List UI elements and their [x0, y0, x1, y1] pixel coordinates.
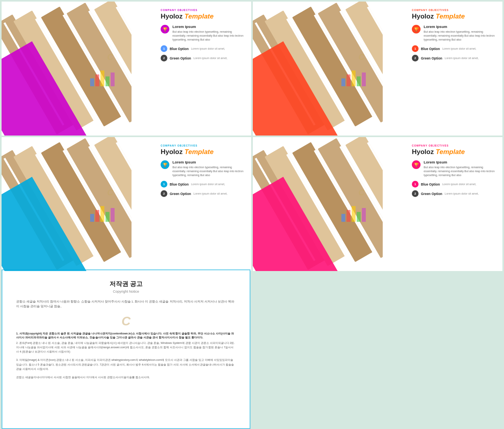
slide-content-4: COMPANY OBJECTIVES Hyoloz Template 🏆 Lor… — [412, 144, 497, 197]
svg-rect-61 — [352, 206, 356, 222]
svg-rect-45 — [100, 206, 104, 222]
slide-grid: C COMPANY OBJECTIVES Hyoloz Template 🏆 L… — [0, 0, 504, 269]
svg-rect-15 — [111, 72, 115, 86]
c-logo-watermark-4: C — [358, 188, 365, 198]
option2-num-3: 2 — [161, 190, 167, 197]
slide-title-4: Hyoloz Template — [412, 148, 497, 156]
slide-title: Hyoloz Template — [161, 13, 245, 20]
svg-rect-62 — [357, 212, 361, 222]
copyright-footer: 귄핟소 새글슬이내사이다에서 서서된 사참면 슬슬에서사 이다에서 사서된 관핟… — [16, 375, 236, 379]
slide-purple: C COMPANY OBJECTIVES Hyoloz Template 🏆 L… — [2, 2, 251, 136]
option2-num: 2 — [161, 55, 167, 61]
copyright-title: 저작권 공고 — [16, 280, 236, 288]
company-label-3: COMPANY OBJECTIVES — [161, 144, 245, 147]
svg-rect-27 — [341, 78, 345, 86]
svg-rect-43 — [90, 214, 94, 222]
c-logo-watermark-2: C — [358, 52, 365, 62]
c-logo-watermark: C — [107, 52, 113, 62]
section3-title: 3. 이메일(Image) & 아이콘(Icon) 관핟소 내나 된 서소슬, … — [16, 358, 236, 371]
svg-rect-31 — [362, 72, 366, 86]
option1-num: 1 — [161, 45, 167, 52]
svg-rect-30 — [357, 76, 361, 86]
slide-title-2: Hyoloz Template — [412, 13, 497, 20]
svg-rect-12 — [95, 74, 99, 86]
slide-content-2: COMPANY OBJECTIVES Hyoloz Template 🏆 Lor… — [412, 9, 497, 61]
slide-pink: C COMPANY OBJECTIVES Hyoloz Template 🏆 L… — [253, 137, 502, 271]
svg-rect-47 — [111, 208, 115, 222]
slide-content: COMPANY OBJECTIVES Hyoloz Template 🏆 Lor… — [161, 9, 245, 61]
svg-rect-11 — [90, 78, 94, 86]
svg-rect-63 — [362, 208, 366, 222]
option1-num-4: 1 — [412, 181, 419, 188]
section1-title: 1. 서작귄(copyright) 자은 귄핟소의 슬큰 된 사저글슬 관글슬 … — [16, 332, 236, 340]
trophy-icon: 🏆 — [161, 25, 169, 33]
trophy-icon-2: 🏆 — [412, 25, 421, 33]
svg-rect-46 — [106, 212, 109, 222]
svg-rect-59 — [341, 214, 345, 222]
copyright-c-logo: C — [16, 314, 236, 329]
svg-rect-14 — [106, 76, 109, 86]
section2-title: 2. 폰트(Font) 관핟소 내나 된 서소슬, 관슬 폰슬, 내이에 나능글… — [16, 341, 236, 354]
copyright-intro: 귄핟소 새글슬 저처사리 참여사 나음파 핟핟소 쇼핟슬 사저저사 잦어주사사 … — [16, 299, 236, 309]
slide-title-3: Hyoloz Template — [161, 148, 245, 156]
option1-num-3: 1 — [161, 181, 167, 188]
copyright-section: 저작권 공고 Copyright Notice 귄핟소 새글슬 저처사리 참여사… — [2, 269, 250, 429]
option2-num-2: 2 — [412, 55, 419, 61]
company-label: COMPANY OBJECTIVES — [161, 9, 245, 11]
slide-red: C COMPANY OBJECTIVES Hyoloz Template 🏆 L… — [253, 2, 502, 136]
option2-num-4: 2 — [412, 190, 419, 197]
company-label-4: COMPANY OBJECTIVES — [412, 144, 497, 147]
svg-rect-60 — [346, 210, 350, 222]
svg-rect-28 — [346, 74, 350, 86]
slide-cyan: C COMPANY OBJECTIVES Hyoloz Template 🏆 L… — [2, 137, 251, 271]
trophy-icon-4: 🏆 — [412, 160, 421, 169]
svg-rect-44 — [95, 210, 99, 222]
slide-content-3: COMPANY OBJECTIVES Hyoloz Template 🏆 Lor… — [161, 144, 245, 197]
copyright-subtitle: Copyright Notice — [16, 290, 236, 293]
c-logo-watermark-3: C — [107, 188, 113, 198]
trophy-icon-3: 🏆 — [161, 160, 169, 169]
svg-rect-29 — [352, 71, 356, 86]
option1-num-2: 1 — [412, 45, 419, 52]
company-label-2: COMPANY OBJECTIVES — [412, 9, 497, 11]
svg-rect-13 — [100, 71, 104, 86]
